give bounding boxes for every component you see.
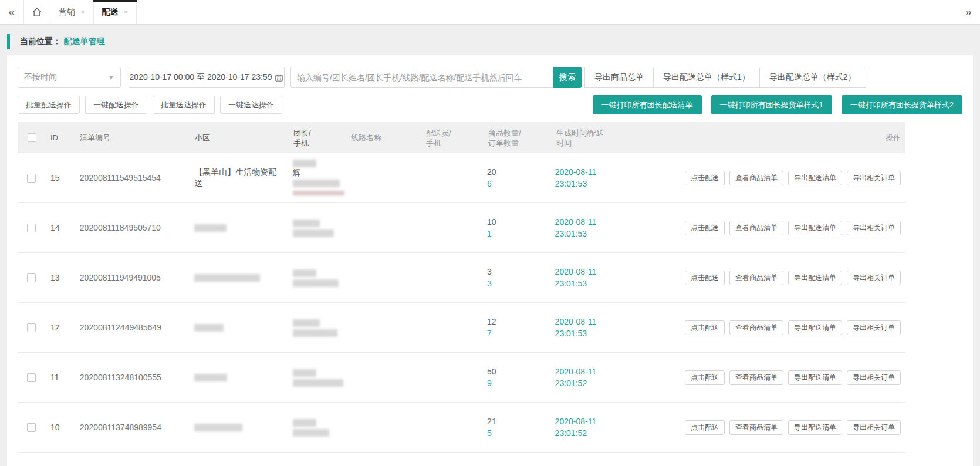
expand-tabs-icon[interactable]: »	[957, 0, 980, 24]
row-action-export-delivery-list[interactable]: 导出配送清单	[788, 320, 842, 335]
export-delivery-summary-style2-button[interactable]: 导出配送总单（样式2）	[759, 67, 866, 88]
redacted-leader-name	[293, 220, 320, 227]
row-action-export-related-orders[interactable]: 导出相关订单	[847, 221, 901, 235]
print-all-leader-pickup-style2-button[interactable]: 一键打印所有团长提货单样式2	[842, 95, 962, 114]
row-action-view-goods-list[interactable]: 查看商品清单	[729, 370, 783, 385]
row-action-view-goods-list[interactable]: 查看商品清单	[729, 271, 783, 285]
row-checkbox[interactable]	[27, 323, 36, 332]
calendar-icon	[275, 73, 283, 82]
row-leader	[287, 413, 344, 442]
row-quantities: 20 6	[481, 161, 549, 194]
redacted-leader-phone	[293, 229, 334, 237]
row-checkbox[interactable]	[27, 373, 36, 382]
one-key-arrived-button[interactable]: 一键送达操作	[220, 96, 282, 114]
row-action-export-related-orders[interactable]: 导出相关订单	[847, 271, 901, 285]
row-route-name	[344, 173, 420, 183]
row-checkbox[interactable]	[27, 224, 36, 232]
goods-quantity: 3	[487, 267, 492, 276]
row-actions: 点击配送查看商品清单导出配送清单导出相关订单	[674, 216, 905, 240]
batch-arrived-button[interactable]: 批量送达操作	[153, 96, 215, 114]
table-row: 10 202008113748989954 21 5 2020-08-11 23…	[18, 403, 905, 453]
redacted-leader-phone	[293, 379, 343, 387]
search-box: 搜索	[290, 67, 582, 88]
redacted-leader-phone	[293, 329, 337, 337]
order-quantity: 9	[487, 379, 492, 388]
close-icon[interactable]: ×	[80, 8, 85, 16]
order-quantity: 5	[487, 428, 492, 438]
batch-delivery-button[interactable]: 批量配送操作	[18, 96, 80, 114]
row-action-deliver[interactable]: 点击配送	[685, 271, 725, 285]
search-button[interactable]: 搜索	[553, 67, 582, 88]
header-operations: 操作	[676, 128, 905, 147]
row-leader: 辉	[287, 153, 344, 202]
row-community	[188, 268, 287, 288]
breadcrumb-link-delivery-management[interactable]: 配送单管理	[63, 36, 104, 46]
one-key-delivery-button[interactable]: 一键配送操作	[85, 96, 147, 114]
row-action-deliver[interactable]: 点击配送	[685, 171, 725, 185]
actions-row: 批量配送操作 一键配送操作 批量送达操作 一键送达操作 一键打印所有团长配送清单…	[18, 95, 962, 114]
date-range-input[interactable]: 2020-10-17 00:00 至 2020-10-17 23:59	[129, 67, 285, 88]
row-action-export-delivery-list[interactable]: 导出配送清单	[788, 171, 842, 185]
tab-home[interactable]	[23, 0, 50, 24]
time-mode-value: 不按时间	[24, 72, 57, 83]
row-action-view-goods-list[interactable]: 查看商品清单	[729, 320, 783, 335]
row-action-deliver[interactable]: 点击配送	[685, 370, 725, 385]
print-all-leader-pickup-style1-button[interactable]: 一键打印所有团长提货单样式1	[711, 95, 832, 114]
row-community	[188, 218, 287, 238]
created-date: 2020-08-11	[555, 317, 597, 326]
row-action-export-related-orders[interactable]: 导出相关订单	[847, 320, 901, 335]
redacted-community	[194, 374, 227, 381]
row-times: 2020-08-11 23:01:53	[549, 311, 674, 344]
row-checkbox[interactable]	[27, 174, 36, 183]
breadcrumb-label: 当前位置：	[20, 36, 61, 46]
leader-partial-name: 辉	[293, 168, 301, 177]
row-leader	[287, 313, 344, 342]
redacted-leader-phone	[293, 180, 340, 187]
header-list-no: 清单编号	[74, 128, 189, 147]
goods-quantity: 50	[487, 367, 496, 376]
export-delivery-summary-style1-button[interactable]: 导出配送总单（样式1）	[653, 67, 760, 88]
tab-label: 营销	[59, 7, 75, 18]
select-all-checkbox[interactable]	[28, 133, 36, 142]
row-action-export-delivery-list[interactable]: 导出配送清单	[788, 221, 842, 235]
header-id: ID	[45, 128, 74, 147]
row-action-view-goods-list[interactable]: 查看商品清单	[729, 221, 783, 235]
row-id: 15	[45, 168, 74, 187]
row-action-export-delivery-list[interactable]: 导出配送清单	[788, 420, 842, 435]
search-input[interactable]	[290, 67, 553, 88]
row-community: 【黑羊山】生活物资配送	[188, 162, 286, 194]
row-action-export-delivery-list[interactable]: 导出配送清单	[788, 370, 842, 385]
collapse-tabs-icon[interactable]: «	[0, 0, 23, 24]
order-quantity: 3	[487, 279, 492, 288]
time-mode-select[interactable]: 不按时间 ▼	[18, 67, 121, 88]
row-list-no: 202008112449485649	[74, 318, 188, 337]
row-action-view-goods-list[interactable]: 查看商品清单	[729, 171, 783, 185]
tab-delivery[interactable]: 配送 ×	[94, 0, 137, 24]
row-action-deliver[interactable]: 点击配送	[685, 420, 725, 435]
row-action-export-related-orders[interactable]: 导出相关订单	[847, 420, 901, 435]
table-body: 15 202008111549515454 【黑羊山】生活物资配送 辉 20 6…	[18, 153, 905, 453]
row-community	[188, 318, 287, 338]
created-date: 2020-08-11	[555, 417, 597, 426]
header-leader-phone: 团长/ 手机	[288, 123, 345, 153]
row-action-view-goods-list[interactable]: 查看商品清单	[729, 420, 783, 435]
row-action-export-delivery-list[interactable]: 导出配送清单	[788, 271, 842, 285]
export-goods-summary-button[interactable]: 导出商品总单	[584, 67, 654, 88]
close-icon[interactable]: ×	[124, 8, 129, 16]
row-checkbox[interactable]	[27, 273, 36, 282]
row-action-deliver[interactable]: 点击配送	[685, 221, 725, 235]
redacted-community	[194, 424, 242, 431]
chevron-down-icon: ▼	[108, 74, 114, 81]
row-action-export-related-orders[interactable]: 导出相关订单	[847, 370, 901, 385]
row-action-export-related-orders[interactable]: 导出相关订单	[847, 171, 901, 185]
tab-marketing[interactable]: 营销 ×	[50, 0, 94, 24]
redacted-leader-name	[293, 269, 316, 277]
print-all-leader-delivery-lists-button[interactable]: 一键打印所有团长配送清单	[593, 95, 702, 114]
row-list-no: 202008111549515454	[74, 168, 188, 187]
row-id: 11	[45, 368, 74, 387]
row-action-deliver[interactable]: 点击配送	[685, 320, 725, 335]
redacted-leader-name	[293, 160, 316, 167]
row-checkbox[interactable]	[27, 423, 36, 432]
created-date: 2020-08-11	[555, 217, 597, 227]
header-community: 小区	[189, 128, 288, 147]
